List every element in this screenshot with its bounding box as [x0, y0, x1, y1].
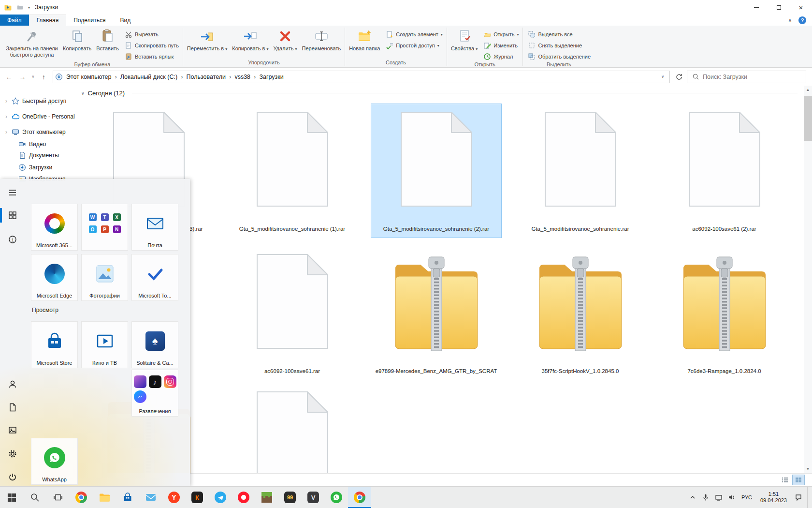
tile-mail[interactable]: Почта	[131, 204, 178, 251]
recent-locations-icon[interactable]: ∨	[30, 71, 36, 83]
paste-button[interactable]: Вставить	[94, 27, 121, 53]
file-item[interactable]: Gta_5_modifitsirovanoe_sohranenie (2).ra…	[371, 104, 501, 238]
app-minecraft[interactable]	[255, 487, 278, 508]
scroll-down-icon[interactable]: ▼	[804, 465, 812, 473]
back-button[interactable]: ←	[3, 71, 15, 83]
open-button[interactable]: Открыть▾	[481, 30, 521, 39]
start-rail-menu[interactable]	[0, 182, 25, 203]
close-button[interactable]: ×	[790, 0, 812, 15]
paste-shortcut-button[interactable]: Вставить ярлык	[122, 52, 181, 61]
pin-to-quick-access-button[interactable]: Закрепить на панели быстрого доступа	[3, 27, 60, 59]
task-view-button[interactable]	[46, 487, 70, 508]
maximize-button[interactable]	[768, 0, 790, 15]
app-store[interactable]	[116, 487, 139, 508]
language-indicator[interactable]: РУС	[740, 494, 753, 500]
volume-icon[interactable]	[727, 493, 736, 502]
rename-button[interactable]: Переименовать	[300, 27, 344, 53]
new-folder-button[interactable]: Новая папка	[347, 27, 382, 53]
start-rail-pictures[interactable]	[0, 419, 25, 441]
new-item-button[interactable]: Создать элемент▾	[383, 30, 445, 39]
tile-todo[interactable]: Microsoft To...	[131, 254, 178, 301]
start-button[interactable]	[0, 487, 23, 508]
ribbon-collapse-icon[interactable]: ∧	[788, 17, 792, 23]
file-item[interactable]: 7c6de3-Rampage_1.0.2824.0	[659, 246, 789, 380]
action-center-icon[interactable]	[794, 493, 803, 502]
start-rail-documents[interactable]	[0, 397, 25, 418]
properties-button[interactable]: Свойства ▾	[449, 27, 480, 53]
tab-share[interactable]: Поделиться	[66, 15, 113, 26]
app-v[interactable]: V	[302, 487, 325, 508]
copy-path-button[interactable]: Скопировать путь	[122, 41, 181, 50]
start-rail-pinned-tiles[interactable]	[0, 205, 25, 226]
tile-microsoft-365[interactable]: Microsoft 365...	[31, 204, 78, 251]
file-item[interactable]: 35f7fc-ScriptHookV_1.0.2845.0	[515, 246, 645, 380]
forward-button[interactable]: →	[16, 71, 29, 83]
app-mail[interactable]	[139, 487, 162, 508]
app-whatsapp[interactable]	[325, 487, 348, 508]
app-red[interactable]	[232, 487, 255, 508]
tile-whatsapp[interactable]: WhatsApp	[31, 438, 78, 485]
file-item[interactable]: ac6092-100save61.rar	[227, 246, 357, 380]
start-rail-settings[interactable]	[0, 443, 25, 464]
clock[interactable]: 1:51 09.04.2023	[757, 491, 790, 504]
file-item[interactable]: Gta_5_modifitsirovanoe_sohranenie (1).ra…	[227, 104, 357, 238]
address-dropdown-icon[interactable]: ∨	[658, 75, 667, 79]
tab-home[interactable]: Главная	[29, 15, 67, 26]
breadcrumb-segment[interactable]: Локальный диск (C:)	[117, 74, 181, 80]
help-button[interactable]: ?	[798, 16, 806, 24]
copy-button[interactable]: Копировать	[60, 27, 94, 53]
minimize-button[interactable]	[745, 0, 768, 15]
history-button[interactable]: Журнал	[481, 52, 521, 61]
scroll-up-icon[interactable]: ▲	[804, 86, 812, 94]
edit-button[interactable]: Изменить	[481, 41, 521, 50]
start-rail-recently-added[interactable]: 1	[0, 229, 25, 250]
tile-solitaire[interactable]: ♠Solitaire & Ca...	[131, 321, 178, 368]
select-none-button[interactable]: Снять выделение	[525, 41, 593, 50]
invert-selection-button[interactable]: Обратить выделение	[525, 52, 593, 61]
app-k[interactable]: К	[186, 487, 209, 508]
qat-button-icon[interactable]	[16, 4, 23, 11]
start-rail-user[interactable]	[0, 374, 25, 395]
move-to-button[interactable]: Переместить в ▾	[185, 27, 230, 53]
tile-photos[interactable]: Фотографии	[81, 254, 128, 301]
taskbar-search-button[interactable]	[23, 487, 46, 508]
file-item[interactable]: Gta_5_modifitsirovanoe_sohranenie.rar	[515, 104, 645, 238]
vertical-scrollbar[interactable]: ▲ ▼	[804, 86, 812, 473]
tile-edge[interactable]: Microsoft Edge	[31, 254, 78, 301]
breadcrumb-segment[interactable]: Пользователи	[183, 74, 229, 80]
easy-access-button[interactable]: Простой доступ▾	[383, 41, 445, 50]
refresh-button[interactable]	[673, 71, 685, 83]
delete-button[interactable]: Удалить ▾	[271, 27, 299, 53]
app-99[interactable]: 99	[278, 487, 302, 508]
tab-file[interactable]: Файл	[0, 15, 29, 26]
breadcrumb-segment[interactable]: vss38	[231, 74, 254, 80]
tab-view[interactable]: Вид	[113, 15, 138, 26]
cut-button[interactable]: Вырезать	[122, 30, 181, 39]
copy-to-button[interactable]: Копировать в ▾	[230, 27, 271, 53]
breadcrumb-segment[interactable]: Этот компьютер	[63, 74, 115, 80]
qat-dropdown-icon[interactable]: ▾	[28, 5, 30, 10]
details-view-button[interactable]	[779, 475, 791, 485]
search-box[interactable]: Поиск: Загрузки	[687, 71, 806, 83]
tile-store[interactable]: Microsoft Store	[31, 321, 78, 368]
up-button[interactable]: ↑	[38, 71, 50, 83]
file-item[interactable]: e97899-Mercedes_Benz_AMG_GTR_by_SCRAT	[371, 246, 501, 380]
scrollbar-thumb[interactable]	[804, 96, 812, 141]
address-bar[interactable]: Этот компьютер›Локальный диск (C:)›Польз…	[53, 71, 670, 83]
app-telegram[interactable]	[209, 487, 232, 508]
show-desktop-button[interactable]	[807, 487, 810, 508]
tile-entertainment-folder[interactable]: ♪Развлечения	[131, 370, 178, 417]
start-rail-power[interactable]	[0, 466, 25, 486]
large-icons-view-button[interactable]	[793, 475, 804, 485]
tile-office-apps-folder[interactable]: WTXOPN	[81, 204, 128, 251]
file-item[interactable]: ac6092-100save61 (2).rar	[659, 104, 789, 238]
app-chrome-active[interactable]	[348, 487, 371, 508]
tile-movies-tv[interactable]: Кино и ТВ	[81, 321, 128, 368]
app-explorer[interactable]	[93, 487, 116, 508]
breadcrumb-segment[interactable]: Загрузки	[256, 74, 287, 80]
microphone-icon[interactable]	[701, 493, 710, 502]
app-chrome[interactable]	[70, 487, 93, 508]
network-icon[interactable]	[714, 493, 723, 502]
app-yandex[interactable]: Y	[162, 487, 186, 508]
tray-overflow-icon[interactable]	[688, 493, 697, 502]
